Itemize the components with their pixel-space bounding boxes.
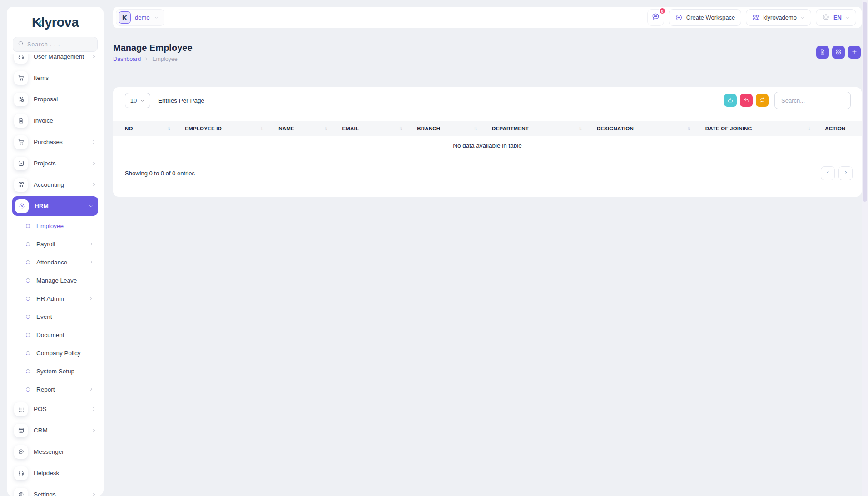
chevron-left-icon — [825, 170, 831, 177]
employee-table: NO↑↓ EMPLOYEE ID↑↓ NAME↑↓ EMAIL↑↓ BRANCH… — [113, 121, 862, 156]
grid-plus-icon — [752, 14, 759, 21]
import-button[interactable] — [816, 46, 829, 59]
language-code: EN — [833, 14, 842, 21]
chevron-down-icon — [140, 98, 145, 103]
breadcrumb-current: Employee — [152, 56, 178, 62]
sidebar-item-items[interactable]: Items — [7, 67, 104, 89]
sidebar-menu: User Management Items Proposal Invoice P… — [7, 54, 104, 496]
sidebar-item-messenger[interactable]: Messenger — [7, 441, 104, 462]
submenu-item-event[interactable]: Event — [7, 308, 104, 326]
grid-view-button[interactable] — [832, 46, 845, 59]
add-employee-button[interactable] — [848, 46, 861, 59]
submenu-item-system-setup[interactable]: System Setup — [7, 362, 104, 380]
undo-button[interactable] — [740, 94, 753, 107]
chat-bubble-icon — [14, 445, 28, 459]
refresh-button[interactable] — [756, 94, 769, 107]
page-title: Manage Employee — [113, 43, 193, 53]
export-button[interactable] — [724, 94, 737, 107]
chevron-right-icon — [91, 407, 96, 412]
sidebar-item-settings[interactable]: Settings — [7, 484, 104, 496]
table-header-row: NO↑↓ EMPLOYEE ID↑↓ NAME↑↓ EMAIL↑↓ BRANCH… — [113, 121, 862, 136]
sidebar-item-label: Helpdesk — [34, 470, 59, 476]
language-selector[interactable]: EN — [816, 9, 856, 26]
scrollbar-thumb[interactable] — [863, 2, 867, 202]
grid-icon — [835, 49, 842, 56]
topbar: K demo 0 Create Workspace klyrovademo EN — [113, 7, 862, 28]
submenu-item-report[interactable]: Report — [7, 380, 104, 398]
chevron-right-icon — [89, 387, 94, 392]
submenu-item-company-policy[interactable]: Company Policy — [7, 344, 104, 362]
chat-icon — [651, 12, 660, 23]
chevron-right-icon — [91, 139, 96, 144]
cart-icon — [14, 135, 28, 149]
submenu-item-employee[interactable]: Employee — [7, 217, 104, 235]
next-page-button[interactable] — [838, 166, 853, 180]
account-name: klyrovademo — [763, 14, 797, 21]
submenu-item-manage-leave[interactable]: Manage Leave — [7, 271, 104, 289]
sidebar-item-label: Purchases — [34, 139, 63, 145]
create-workspace-button[interactable]: Create Workspace — [669, 9, 741, 26]
sidebar-item-label: Invoice — [34, 117, 53, 124]
sort-icon: ↑↓ — [167, 126, 169, 131]
sidebar-item-invoice[interactable]: Invoice — [7, 110, 104, 131]
messages-button[interactable]: 0 — [647, 9, 664, 26]
submenu-item-label: Payroll — [36, 241, 55, 248]
submenu-item-payroll[interactable]: Payroll — [7, 235, 104, 253]
sidebar-item-pos[interactable]: POS — [7, 398, 104, 420]
bullet-icon — [26, 242, 30, 246]
sidebar-item-label: Proposal — [34, 96, 58, 103]
sidebar-item-label: Projects — [34, 160, 56, 167]
sidebar-item-purchases[interactable]: Purchases — [7, 131, 104, 153]
submenu-item-hr-admin[interactable]: HR Admin — [7, 289, 104, 308]
table-footer: Showing 0 to 0 of 0 entries — [113, 156, 862, 180]
sidebar-item-accounting[interactable]: Accounting — [7, 174, 104, 195]
sidebar-search-input[interactable] — [27, 41, 93, 48]
main-area: K demo 0 Create Workspace klyrovademo EN — [113, 7, 862, 197]
previous-page-button[interactable] — [821, 166, 835, 180]
column-header-employee-id[interactable]: EMPLOYEE ID↑↓ — [180, 121, 274, 136]
breadcrumb-dashboard-link[interactable]: Dashboard — [113, 56, 141, 62]
submenu-item-label: HR Admin — [36, 295, 64, 302]
sort-icon: ↑↓ — [807, 126, 809, 131]
column-header-no[interactable]: NO↑↓ — [113, 121, 180, 136]
submenu-item-attendance[interactable]: Attendance — [7, 253, 104, 271]
column-header-designation[interactable]: DESIGNATION↑↓ — [592, 121, 701, 136]
grid-dots-icon — [14, 402, 28, 416]
chevron-right-icon — [89, 260, 94, 264]
sidebar-item-projects[interactable]: Projects — [7, 153, 104, 174]
column-header-date-of-joining[interactable]: DATE OF JOINING↑↓ — [701, 121, 821, 136]
sidebar-item-hrm[interactable]: HRM — [7, 195, 104, 217]
sidebar-item-helpdesk[interactable]: Helpdesk — [7, 462, 104, 484]
pagination — [821, 166, 853, 180]
column-header-branch[interactable]: BRANCH↑↓ — [412, 121, 487, 136]
page-scrollbar[interactable] — [862, 0, 868, 496]
sidebar-item-crm[interactable]: CRM — [7, 420, 104, 441]
sidebar-item-user-management[interactable]: User Management — [7, 54, 104, 67]
sort-icon: ↑↓ — [399, 126, 402, 131]
workspace-selector[interactable]: K demo — [116, 9, 164, 26]
workspace-avatar: K — [119, 11, 131, 24]
bullet-icon — [26, 387, 30, 392]
chevron-down-icon — [845, 15, 850, 20]
submenu-item-document[interactable]: Document — [7, 326, 104, 344]
brand-logo: K‹lyrova — [7, 7, 104, 30]
sidebar-item-proposal[interactable]: Proposal — [7, 89, 104, 110]
headphones-icon — [14, 466, 28, 480]
chevron-right-icon — [91, 54, 96, 59]
undo-icon — [743, 97, 749, 104]
account-menu-button[interactable]: klyrovademo — [746, 9, 811, 26]
headset-icon — [14, 54, 28, 64]
sidebar-item-label: Accounting — [34, 181, 64, 188]
globe-icon — [822, 13, 830, 22]
table-search-input[interactable] — [774, 92, 851, 109]
column-header-department[interactable]: DEPARTMENT↑↓ — [487, 121, 592, 136]
empty-message: No data available in table — [113, 136, 862, 156]
sidebar-search[interactable] — [13, 37, 98, 52]
chevron-right-icon — [89, 296, 94, 301]
plus-circle-icon — [675, 14, 683, 21]
entries-per-page-select[interactable]: 10 — [125, 93, 150, 108]
chevron-down-icon — [154, 15, 159, 20]
column-header-name[interactable]: NAME↑↓ — [274, 121, 337, 136]
submenu-item-label: System Setup — [36, 368, 74, 375]
column-header-email[interactable]: EMAIL↑↓ — [337, 121, 412, 136]
